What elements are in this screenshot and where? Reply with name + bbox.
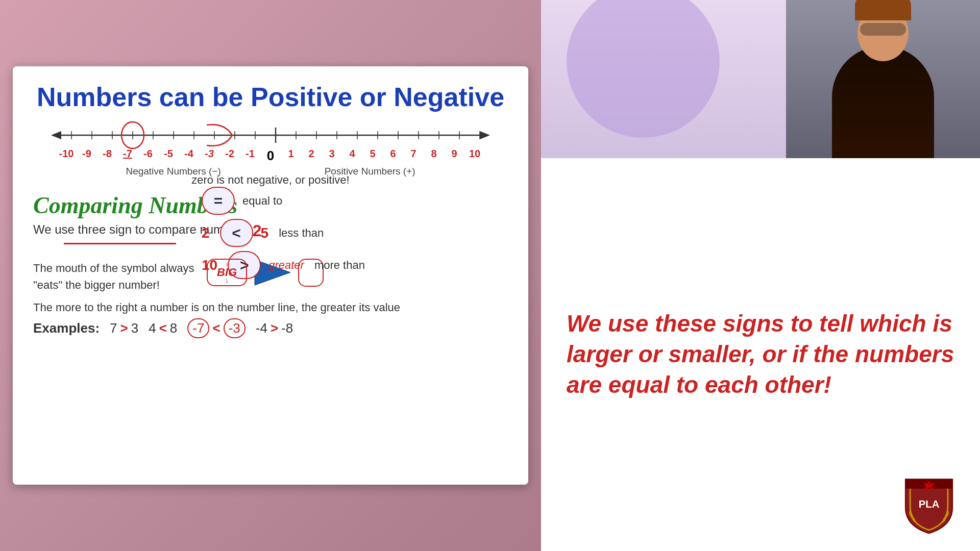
mouth-text: The mouth of the symbol always "eats" th… xyxy=(33,260,197,293)
negative-label: Negative Numbers (−) xyxy=(126,166,220,177)
example-4-less-8: 4 < 8 xyxy=(149,320,177,336)
ex2-left: 4 xyxy=(149,320,156,336)
svg-marker-1 xyxy=(51,131,61,139)
webcam-area xyxy=(541,0,980,158)
ex2-right: 8 xyxy=(170,320,177,336)
person-hair xyxy=(855,0,911,20)
sign-bubble-equals: = xyxy=(202,187,235,215)
examples-label: Examples: xyxy=(33,320,100,336)
red-underline xyxy=(64,243,176,244)
number-line-svg xyxy=(41,120,500,151)
ex4-right: -8 xyxy=(281,320,293,336)
bottom-rule-text: The more to the right a number is on the… xyxy=(33,301,508,314)
pla-logo: PLA xyxy=(898,474,960,536)
sign-row-less: 2 < 5 less than xyxy=(202,219,365,247)
neg-pos-labels: Negative Numbers (−) Positive Numbers (+… xyxy=(33,166,508,177)
webcam-video xyxy=(786,0,980,158)
example-neg4-greater-neg8: -4 > -8 xyxy=(256,320,293,336)
main-container: Numbers can be Positive or Negative xyxy=(0,0,980,551)
greater-label: greater xyxy=(268,259,304,272)
big-box: BIG ↑ ↓ xyxy=(207,259,247,286)
slide-content: Numbers can be Positive or Negative xyxy=(13,66,528,485)
slide-area: Numbers can be Positive or Negative xyxy=(0,0,541,551)
ex4-op: > xyxy=(271,320,278,336)
number-2-less: 2 xyxy=(202,225,210,241)
pla-shield-svg: PLA xyxy=(898,474,960,536)
person-body xyxy=(832,46,934,158)
positive-label: Positive Numbers (+) xyxy=(325,166,415,177)
ex3-op: < xyxy=(212,320,220,336)
sign-label-less: less than xyxy=(279,227,324,240)
example-neg7-less-neg3: -7 < -3 xyxy=(187,318,245,338)
webcam-frame xyxy=(786,0,980,158)
example-7-greater-3: 7 > 3 xyxy=(110,320,138,336)
svg-text:PLA: PLA xyxy=(919,498,940,510)
ex2-op: < xyxy=(159,320,167,336)
text-panel: We use these signs to tell which is larg… xyxy=(541,158,980,551)
number-5-less: 5 xyxy=(261,225,269,241)
number-line-section: -10 -9 -8 -7 -6 -5 -4 -3 -2 -1 0 1 2 3 xyxy=(33,120,508,171)
sign-label-equals: equal to xyxy=(242,194,282,208)
ex1-op: > xyxy=(120,320,128,336)
comparing-main: Comparing Numbers We use three sign to c… xyxy=(33,192,508,338)
ex3-right-circled: -3 xyxy=(224,318,246,338)
up-arrow: ↑ xyxy=(225,261,229,269)
down-arrow: ↓ xyxy=(225,276,229,284)
sign-label-greater: more than xyxy=(314,259,365,272)
svg-marker-2 xyxy=(480,131,490,139)
right-panel-text: We use these signs to tell which is larg… xyxy=(567,309,954,400)
number-line-container xyxy=(33,120,508,151)
right-panel: We use these signs to tell which is larg… xyxy=(541,0,980,551)
sign-row-equals: = equal to xyxy=(202,187,365,215)
sign-bubble-less: < xyxy=(220,219,253,247)
ex1-right: 3 xyxy=(131,320,138,336)
ex3-left-circled: -7 xyxy=(187,318,209,338)
person-glasses xyxy=(860,23,906,36)
ex4-left: -4 xyxy=(256,320,267,336)
examples-row: Examples: 7 > 3 4 < 8 -7 xyxy=(33,318,508,338)
ex1-left: 7 xyxy=(110,320,117,336)
slide-title: Numbers can be Positive or Negative xyxy=(33,82,508,112)
